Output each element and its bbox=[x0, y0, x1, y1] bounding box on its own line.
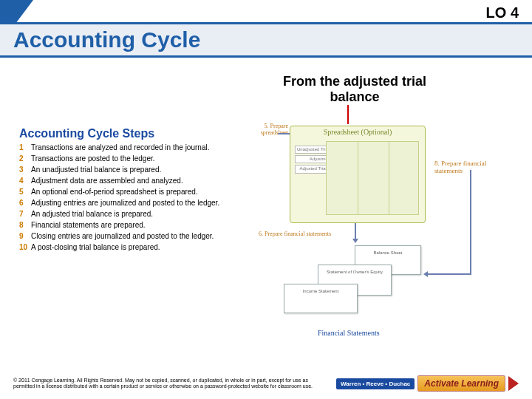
step-text: An adjusted trial balance is prepared. bbox=[31, 210, 153, 218]
step-text: Adjusting entries are journalized and po… bbox=[31, 199, 219, 207]
step-text: Financial statements are prepared. bbox=[31, 221, 146, 229]
spreadsheet-box: Spreadsheet (Optional) Unadjusted Trial … bbox=[290, 126, 426, 223]
callout-connector bbox=[347, 105, 349, 124]
financial-statements-area: Balance Sheet Statement of Owner's Equit… bbox=[273, 242, 466, 331]
fs-sheet: Income Statement bbox=[284, 284, 358, 313]
activate-label: Activate Learning bbox=[417, 375, 505, 392]
brand-badge: Warren • Reeve • Duchac bbox=[336, 378, 415, 389]
step-item: 2Transactions are posted to the ledger. bbox=[19, 154, 248, 163]
step-text: Closing entries are journalized and post… bbox=[31, 232, 214, 240]
arrow-icon bbox=[355, 223, 356, 239]
step8-callout: 8. Prepare financial statements bbox=[434, 160, 508, 174]
page-title: Accounting Cycle bbox=[13, 27, 200, 52]
footer: © 2011 Cengage Learning. All Rights Rese… bbox=[13, 375, 519, 392]
activate-learning-badge: Warren • Reeve • Duchac Activate Learnin… bbox=[336, 375, 519, 392]
step-item: 7An adjusted trial balance is prepared. bbox=[19, 210, 248, 218]
step-item: 9Closing entries are journalized and pos… bbox=[19, 232, 248, 240]
figure-title: Accounting Cycle Steps bbox=[19, 127, 248, 140]
callout-text: From the adjusted trial balance bbox=[281, 74, 429, 105]
step-item: 1Transactions are analyzed and recorded … bbox=[19, 143, 248, 151]
steps-panel: Accounting Cycle Steps 1Transactions are… bbox=[19, 127, 248, 254]
figure-area: Accounting Cycle Steps 1Transactions are… bbox=[15, 126, 517, 347]
step6-callout: 6. Prepare financial statements bbox=[259, 231, 331, 237]
copyright-text: © 2011 Cengage Learning. All Rights Rese… bbox=[13, 378, 324, 389]
step-text: An unadjusted trial balance is prepared. bbox=[31, 166, 161, 174]
step-item: 6Adjusting entries are journalized and p… bbox=[19, 199, 248, 207]
step-text: Transactions are posted to the ledger. bbox=[31, 154, 155, 163]
step-item: 4Adjustment data are assembled and analy… bbox=[19, 177, 248, 185]
step-text: An optional end-of-period spreadsheet is… bbox=[31, 188, 198, 196]
steps-list: 1Transactions are analyzed and recorded … bbox=[19, 143, 248, 251]
arrow-icon bbox=[508, 376, 519, 391]
step-text: Adjustment data are assembled and analyz… bbox=[31, 177, 183, 185]
title-bar: Accounting Cycle bbox=[0, 22, 532, 58]
fs-caption: Financial Statements bbox=[318, 329, 380, 337]
step-item: 10A post-closing trial balance is prepar… bbox=[19, 243, 248, 251]
step-item: 3An unadjusted trial balance is prepared… bbox=[19, 166, 248, 174]
step-text: A post-closing trial balance is prepared… bbox=[31, 243, 160, 251]
step-item: 8Financial statements are prepared. bbox=[19, 221, 248, 229]
step-item: 5An optional end-of-period spreadsheet i… bbox=[19, 188, 248, 196]
lo-tag: LO 4 bbox=[486, 4, 519, 21]
spreadsheet-title: Spreadsheet (Optional) bbox=[290, 128, 425, 136]
spreadsheet-grid bbox=[326, 141, 419, 215]
step-text: Transactions are analyzed and recorded i… bbox=[31, 143, 209, 151]
